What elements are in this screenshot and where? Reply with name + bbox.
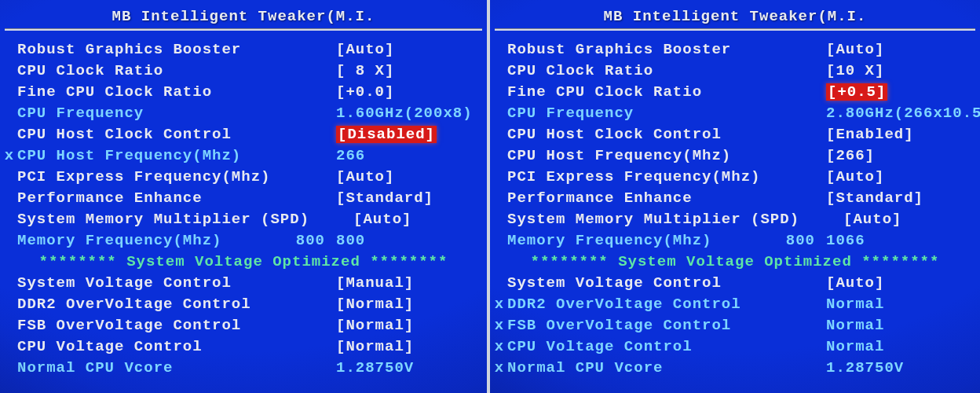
setting-row: xCPU Host Frequency(Mhz)266	[17, 145, 473, 166]
setting-label: FSB OverVoltage Control	[17, 317, 292, 334]
setting-row[interactable]: PCI Express Frequency(Mhz)[Auto]	[17, 166, 473, 187]
setting-value[interactable]: [Disabled]	[336, 126, 473, 143]
title-divider	[495, 28, 975, 31]
setting-value[interactable]: [+0.5]	[826, 83, 966, 101]
setting-value[interactable]: [Auto]	[843, 211, 966, 228]
setting-value: 2.80GHz(266x10.5)	[826, 105, 980, 122]
setting-row[interactable]: Fine CPU Clock Ratio[+0.5]	[507, 81, 966, 102]
setting-label: CPU Clock Ratio	[17, 62, 292, 79]
setting-value: 266	[336, 147, 473, 164]
setting-extra: 800	[782, 232, 826, 249]
setting-label: Normal CPU Vcore	[507, 359, 782, 376]
disabled-marker: x	[492, 338, 507, 355]
title-divider	[5, 28, 482, 31]
setting-label: System Voltage Control	[17, 274, 292, 292]
setting-value[interactable]: [Normal]	[336, 296, 473, 313]
setting-value[interactable]: [Auto]	[336, 41, 473, 58]
voltage-banner: ******** System Voltage Optimized ******…	[490, 251, 980, 272]
setting-row[interactable]: CPU Host Clock Control[Enabled]	[507, 123, 966, 145]
setting-row[interactable]: FSB OverVoltage Control[Normal]	[17, 314, 473, 336]
setting-label: PCI Express Frequency(Mhz)	[17, 168, 292, 185]
setting-value[interactable]: [Auto]	[826, 274, 966, 292]
setting-row: Memory Frequency(Mhz)800800	[17, 230, 473, 251]
setting-label: Memory Frequency(Mhz)	[507, 232, 782, 249]
disabled-marker: x	[492, 317, 507, 334]
setting-value[interactable]: [+0.0]	[336, 83, 473, 101]
panel-title: MB Intelligent Tweaker(M.I.	[490, 0, 980, 27]
setting-label: CPU Host Clock Control	[507, 126, 782, 143]
setting-value[interactable]: [Normal]	[336, 317, 473, 334]
setting-extra: 800	[292, 232, 336, 249]
setting-label: CPU Frequency	[507, 105, 782, 122]
setting-value: 1.28750V	[826, 359, 966, 376]
setting-row[interactable]: System Memory Multiplier (SPD)[Auto]	[17, 208, 473, 230]
setting-label: Performance Enhance	[507, 189, 782, 207]
setting-label: DDR2 OverVoltage Control	[507, 296, 782, 313]
setting-row[interactable]: CPU Host Frequency(Mhz)[266]	[507, 145, 966, 166]
setting-label: CPU Host Frequency(Mhz)	[17, 147, 292, 164]
settings-list: Robust Graphics Booster[Auto]CPU Clock R…	[490, 39, 980, 251]
setting-row: xNormal CPU Vcore1.28750V	[507, 357, 966, 378]
title-text: MB Intelligent Tweaker(M.I.	[112, 8, 375, 25]
disabled-marker: x	[2, 147, 17, 164]
setting-row[interactable]: DDR2 OverVoltage Control[Normal]	[17, 293, 473, 314]
setting-value[interactable]: [Auto]	[353, 211, 473, 228]
setting-value: Normal	[826, 296, 966, 313]
setting-label: PCI Express Frequency(Mhz)	[507, 168, 782, 185]
setting-row[interactable]: System Memory Multiplier (SPD)[Auto]	[507, 208, 966, 230]
setting-label: Fine CPU Clock Ratio	[507, 83, 782, 101]
setting-label: CPU Frequency	[17, 105, 292, 122]
setting-label: Performance Enhance	[17, 189, 292, 207]
setting-row[interactable]: Performance Enhance[Standard]	[507, 187, 966, 208]
setting-value[interactable]: [ 8 X]	[336, 62, 473, 79]
setting-value[interactable]: [Standard]	[826, 189, 966, 207]
setting-row: xDDR2 OverVoltage ControlNormal	[507, 293, 966, 314]
setting-value: Normal	[826, 338, 966, 355]
setting-label: System Memory Multiplier (SPD)	[507, 211, 799, 228]
setting-value[interactable]: [Auto]	[826, 41, 966, 58]
setting-value[interactable]: [266]	[826, 147, 966, 164]
setting-row[interactable]: Robust Graphics Booster[Auto]	[507, 39, 966, 60]
bios-panel-right: MB Intelligent Tweaker(M.I. Robust Graph…	[490, 0, 980, 393]
setting-value: 1066	[826, 232, 966, 249]
setting-label: Memory Frequency(Mhz)	[17, 232, 292, 249]
setting-label: DDR2 OverVoltage Control	[17, 296, 292, 313]
setting-row[interactable]: CPU Voltage Control[Normal]	[17, 336, 473, 357]
voltage-settings-list: System Voltage Control[Manual]DDR2 OverV…	[0, 272, 487, 378]
setting-label: CPU Clock Ratio	[507, 62, 782, 79]
setting-row: CPU Frequency2.80GHz(266x10.5)	[507, 102, 966, 123]
setting-label: CPU Voltage Control	[507, 338, 782, 355]
setting-row[interactable]: CPU Clock Ratio[10 X]	[507, 60, 966, 81]
setting-row[interactable]: Performance Enhance[Standard]	[17, 187, 473, 208]
setting-value[interactable]: [Enabled]	[826, 126, 966, 143]
bios-panel-left: MB Intelligent Tweaker(M.I. Robust Graph…	[0, 0, 490, 393]
setting-value[interactable]: [Manual]	[336, 274, 473, 292]
setting-row: Memory Frequency(Mhz)8001066	[507, 230, 966, 251]
setting-row[interactable]: Fine CPU Clock Ratio[+0.0]	[17, 81, 473, 102]
setting-row[interactable]: PCI Express Frequency(Mhz)[Auto]	[507, 166, 966, 187]
setting-label: System Memory Multiplier (SPD)	[17, 211, 309, 228]
setting-row: Normal CPU Vcore1.28750V	[17, 357, 473, 378]
setting-row[interactable]: System Voltage Control[Auto]	[507, 272, 966, 293]
setting-value[interactable]: [Auto]	[336, 168, 473, 185]
setting-value[interactable]: [Auto]	[826, 168, 966, 185]
setting-value[interactable]: [Normal]	[336, 338, 473, 355]
setting-row[interactable]: System Voltage Control[Manual]	[17, 272, 473, 293]
setting-value[interactable]: [Standard]	[336, 189, 473, 207]
setting-label: Robust Graphics Booster	[17, 41, 292, 58]
setting-label: Normal CPU Vcore	[17, 359, 292, 376]
setting-row[interactable]: Robust Graphics Booster[Auto]	[17, 39, 473, 60]
setting-value: 1.28750V	[336, 359, 473, 376]
voltage-banner: ******** System Voltage Optimized ******…	[0, 251, 487, 272]
disabled-marker: x	[492, 296, 507, 313]
setting-row[interactable]: CPU Host Clock Control[Disabled]	[17, 123, 473, 145]
setting-row: xCPU Voltage ControlNormal	[507, 336, 966, 357]
voltage-settings-list: System Voltage Control[Auto]xDDR2 OverVo…	[490, 272, 980, 378]
setting-label: Fine CPU Clock Ratio	[17, 83, 292, 101]
setting-value[interactable]: [10 X]	[826, 62, 966, 79]
setting-row[interactable]: CPU Clock Ratio[ 8 X]	[17, 60, 473, 81]
setting-label: Robust Graphics Booster	[507, 41, 782, 58]
setting-label: CPU Voltage Control	[17, 338, 292, 355]
setting-label: System Voltage Control	[507, 274, 782, 292]
setting-value: 800	[336, 232, 473, 249]
